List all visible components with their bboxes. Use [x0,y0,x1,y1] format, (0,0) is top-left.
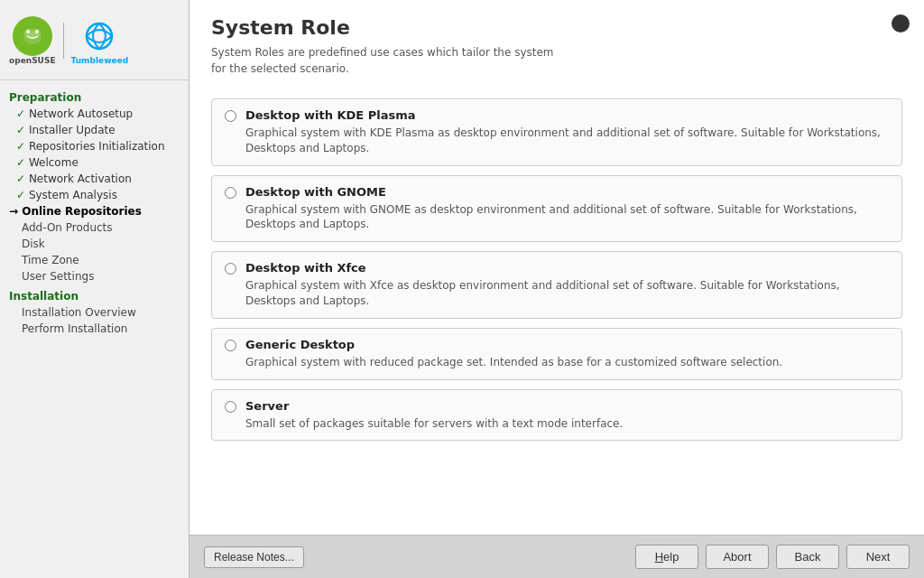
role-card-gnome[interactable]: Desktop with GNOME Graphical system with… [211,175,902,243]
tumbleweed-label: Tumbleweed [71,56,129,65]
svg-point-3 [35,30,39,33]
role-radio-server[interactable] [225,401,236,413]
role-radio-generic[interactable] [225,340,236,351]
page-title: System Role [211,16,902,39]
sidebar-item-installation-overview[interactable]: Installation Overview [0,304,189,321]
role-radio-xfce[interactable] [225,263,236,275]
logo-divider [63,23,64,59]
sidebar: openSUSE Tumbleweed Preparation Network … [0,0,189,578]
svg-point-4 [87,23,112,49]
sidebar-item-online-repositories[interactable]: Online Repositories [0,203,189,219]
release-notes-button[interactable]: Release Notes... [204,546,304,568]
role-info-gnome: Desktop with GNOME Graphical system with… [245,185,889,233]
help-button[interactable]: Help [635,545,698,569]
next-button[interactable]: Next [846,545,910,569]
content-wrapper: System Role System Roles are predefined … [189,0,924,578]
opensuse-label: openSUSE [9,56,56,65]
role-title-gnome: Desktop with GNOME [245,185,889,199]
roles-list: Desktop with KDE Plasma Graphical system… [189,84,924,535]
tumbleweed-icon [79,16,119,56]
opensuse-circle [13,16,52,56]
role-info-server: Server Small set of packages suitable fo… [245,399,623,432]
role-title-server: Server [245,399,623,413]
sidebar-item-addon-products[interactable]: Add-On Products [0,219,189,236]
sidebar-item-network-activation[interactable]: Network Activation [0,171,189,187]
role-desc-generic: Graphical system with reduced package se… [245,355,782,370]
role-card-xfce[interactable]: Desktop with Xfce Graphical system with … [211,251,902,319]
sidebar-item-welcome[interactable]: Welcome [0,154,189,171]
subtitle-line1: System Roles are predefined use cases wh… [211,46,554,59]
role-card-generic[interactable]: Generic Desktop Graphical system with re… [211,328,902,380]
subtitle-line2: for the selected scenario. [211,62,349,75]
sidebar-item-repositories-init[interactable]: Repositories Initialization [0,138,189,154]
content-area: System Role System Roles are predefined … [189,0,924,535]
sidebar-item-network-autosetup[interactable]: Network Autosetup [0,106,189,122]
logo-area: openSUSE Tumbleweed [0,9,189,80]
role-info-xfce: Desktop with Xfce Graphical system with … [245,261,889,309]
section-preparation: Preparation [0,88,189,106]
back-button[interactable]: Back [776,545,839,569]
role-radio-gnome[interactable] [225,187,236,199]
role-title-generic: Generic Desktop [245,338,782,351]
role-info-kde: Desktop with KDE Plasma Graphical system… [245,108,889,156]
role-radio-kde[interactable] [225,110,236,122]
role-card-kde[interactable]: Desktop with KDE Plasma Graphical system… [211,98,902,166]
sidebar-item-disk[interactable]: Disk [0,236,189,252]
svg-point-2 [26,30,30,33]
dark-mode-toggle[interactable] [892,14,910,33]
role-card-server[interactable]: Server Small set of packages suitable fo… [211,389,902,442]
role-desc-kde: Graphical system with KDE Plasma as desk… [245,126,889,156]
role-desc-server: Small set of packages suitable for serve… [245,416,623,432]
section-installation: Installation [0,284,189,304]
role-desc-gnome: Graphical system with GNOME as desktop e… [245,202,889,233]
role-desc-xfce: Graphical system with Xfce as desktop en… [245,278,889,309]
sidebar-item-timezone[interactable]: Time Zone [0,252,189,268]
abort-button[interactable]: Abort [706,545,769,569]
bottom-bar: Release Notes... Help Abort Back Next [189,535,924,578]
role-title-kde: Desktop with KDE Plasma [245,108,889,122]
role-info-generic: Generic Desktop Graphical system with re… [245,338,782,370]
role-title-xfce: Desktop with Xfce [245,261,889,275]
page-header: System Role System Roles are predefined … [189,0,924,84]
sidebar-item-system-analysis[interactable]: System Analysis [0,187,189,203]
page-subtitle: System Roles are predefined use cases wh… [211,44,902,77]
sidebar-item-perform-installation[interactable]: Perform Installation [0,321,189,337]
opensuse-logo: openSUSE [9,16,56,65]
sidebar-item-installer-update[interactable]: Installer Update [0,122,189,138]
help-label: Help [655,550,679,564]
sidebar-item-user-settings[interactable]: User Settings [0,268,189,284]
tumbleweed-logo: Tumbleweed [71,16,129,65]
